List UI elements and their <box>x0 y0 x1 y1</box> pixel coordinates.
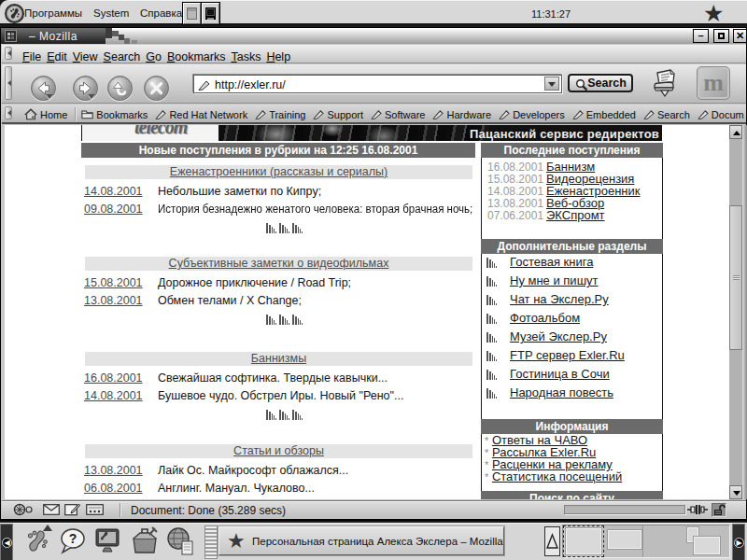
offline-plug-icon[interactable] <box>687 504 708 515</box>
panel-menu-help[interactable]: Справка <box>140 7 182 19</box>
info-link[interactable]: Статистика посещений <box>492 469 622 483</box>
personal-bookmark-training[interactable]: Training <box>255 109 305 120</box>
minimize-button[interactable]: – <box>693 29 709 43</box>
gnome-main-menu-icon[interactable] <box>5 4 24 23</box>
extra-section-link[interactable]: Гостиница в Сочи <box>510 367 610 381</box>
control-center-launcher[interactable] <box>93 525 123 557</box>
section-header[interactable]: Субъективные заметки о видеофильмах <box>85 257 472 271</box>
search-button[interactable]: Search <box>568 74 633 92</box>
window-titlebar[interactable]: – Mozilla – ✕ <box>1 28 746 44</box>
personal-bookmark-bookmarks[interactable]: Bookmarks <box>81 109 148 120</box>
vertical-scrollbar[interactable] <box>729 125 742 499</box>
news-date-link[interactable]: 16.08.2001 <box>84 371 143 386</box>
stop-button[interactable] <box>144 76 169 101</box>
help-launcher[interactable]: ? <box>58 525 88 557</box>
menu-go[interactable]: Go <box>146 50 162 63</box>
personal-bookmark-developers[interactable]: Developers <box>499 109 565 120</box>
back-dropdown[interactable] <box>46 93 54 100</box>
menu-edit[interactable]: Edit <box>47 50 67 63</box>
task-mozilla-icon: ★ <box>227 529 246 553</box>
menu-help[interactable]: Help <box>266 50 290 63</box>
news-date-link[interactable]: 14.08.2001 <box>84 388 143 404</box>
panel-menu-system[interactable]: System <box>93 7 129 19</box>
pager-arrow-button[interactable] <box>544 526 560 556</box>
menu-tasks[interactable]: Tasks <box>231 50 261 63</box>
toolbox-launcher[interactable] <box>129 525 159 557</box>
extra-section-link[interactable]: Музей Экслер.Ру <box>510 329 607 343</box>
extra-section-link[interactable]: Гостевая книга <box>510 255 593 269</box>
navbar-grippy[interactable] <box>5 66 12 100</box>
url-bar[interactable]: http://exler.ru/ <box>193 75 562 93</box>
menu-bookmarks[interactable]: Bookmarks <box>167 50 226 63</box>
news-date-link[interactable]: 15.08.2001 <box>84 275 143 291</box>
pager-window[interactable] <box>694 537 720 554</box>
url-dropdown-button[interactable] <box>544 77 559 91</box>
panel-hide-left-button[interactable]: ◀ <box>0 524 13 560</box>
personal-bookmark-search[interactable]: Search <box>643 109 690 120</box>
section-header[interactable]: Статьи и обзоры <box>85 444 472 458</box>
taskbar-window-button[interactable]: ★ Персональная страница Алекса Экслера –… <box>218 526 504 555</box>
recent-link[interactable]: ЭКСпромт <box>546 208 605 222</box>
browser-launcher[interactable] <box>164 525 194 557</box>
news-date-link[interactable]: 14.08.2001 <box>84 184 143 200</box>
window-menu-icon[interactable] <box>5 30 17 42</box>
section-header-link[interactable]: Баннизмы <box>251 352 306 365</box>
section-header[interactable]: Еженастроенники (рассказы и сериалы) <box>85 165 472 179</box>
menu-view[interactable]: View <box>73 50 98 63</box>
section-header[interactable]: Баннизмы <box>85 352 472 366</box>
close-button[interactable]: ✕ <box>733 29 747 43</box>
pager-current-viewport[interactable] <box>563 525 604 557</box>
section-header-link[interactable]: Еженастроенники (рассказы и сериалы) <box>170 165 388 178</box>
scroll-down-button[interactable] <box>729 485 742 499</box>
menu-file[interactable]: File <box>22 50 41 63</box>
security-lock-icon[interactable] <box>712 503 726 517</box>
personal-bookmark-docum[interactable]: Docum <box>698 109 744 120</box>
personal-bookmark-software[interactable]: Software <box>371 109 425 120</box>
pager-window[interactable] <box>608 530 641 549</box>
status-bar: Document: Done (35.289 secs) <box>2 500 746 518</box>
news-date-link[interactable]: 09.08.2001 <box>84 202 143 217</box>
reload-button[interactable] <box>107 76 133 101</box>
barcode-separator-icon <box>486 388 500 399</box>
scroll-up-button[interactable] <box>729 125 742 139</box>
personal-bookmark-home[interactable]: Home <box>24 108 67 120</box>
personal-bookmark-red-hat-network[interactable]: Red Hat Network <box>155 109 247 120</box>
personal-bookmark-embedded[interactable]: Embedded <box>572 109 636 120</box>
news-date-link[interactable]: 13.08.2001 <box>84 463 143 479</box>
panel-screen-button[interactable] <box>202 3 219 24</box>
scrollbar-thumb[interactable] <box>729 205 742 350</box>
bookmark-icon <box>198 78 211 91</box>
window-right-border <box>742 125 747 499</box>
mail-icon[interactable] <box>43 504 60 515</box>
menubar-grippy[interactable] <box>5 47 12 60</box>
tray-mozilla-star-icon[interactable]: ★ <box>703 1 724 25</box>
forward-dropdown[interactable] <box>88 93 96 100</box>
desktop-pager[interactable] <box>562 525 730 558</box>
navigator-icon[interactable] <box>11 503 35 516</box>
maximize-button[interactable] <box>713 29 729 43</box>
persbar-grippy[interactable] <box>5 106 12 119</box>
news-date-link[interactable]: 06.08.2001 <box>84 481 143 497</box>
panel-hide-right-button[interactable]: ▶ <box>732 524 745 560</box>
panel-screenshot-button[interactable] <box>183 3 201 24</box>
addressbook-icon[interactable] <box>86 504 104 515</box>
section-header-link[interactable]: Статьи и обзоры <box>233 444 324 457</box>
news-date-link[interactable]: 13.08.2001 <box>84 293 143 309</box>
mozilla-throbber[interactable]: m <box>697 66 730 100</box>
extra-section-link[interactable]: FTP сервер Exler.Ru <box>510 348 625 362</box>
panel-menu-programs[interactable]: Программы <box>24 7 82 19</box>
extra-section-link[interactable]: Народная повесть <box>510 385 613 399</box>
extra-section-link[interactable]: Ну мне и пишут <box>510 273 599 287</box>
print-icon[interactable] <box>650 68 682 100</box>
personal-bookmark-support[interactable]: Support <box>313 109 363 120</box>
menu-search[interactable]: Search <box>104 50 141 63</box>
section-header-link[interactable]: Субъективные заметки о видеофильмах <box>169 257 389 270</box>
extra-section-link[interactable]: Чат на Экслер.Ру <box>510 292 609 306</box>
ad-banner[interactable]: telecom Пацанский сервис редиректов <box>81 125 662 141</box>
tasklist-handle[interactable] <box>204 525 218 559</box>
toolbar-separator <box>75 107 76 121</box>
gnome-menu-launcher[interactable] <box>21 525 51 557</box>
personal-bookmark-hardware[interactable]: Hardware <box>432 109 491 120</box>
extra-section-link[interactable]: Фотоальбом <box>510 311 580 325</box>
composer-icon[interactable] <box>64 503 80 516</box>
